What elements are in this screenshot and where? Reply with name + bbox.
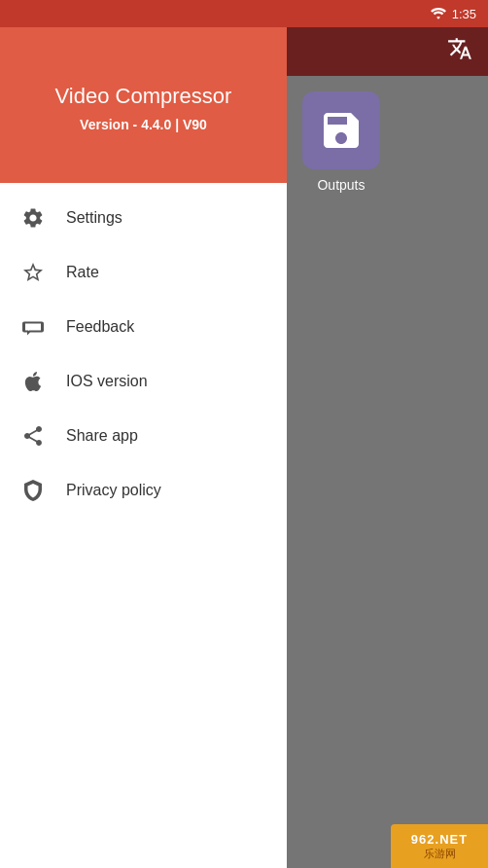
outputs-label: Outputs xyxy=(317,177,365,193)
sidebar-item-settings[interactable]: Settings xyxy=(0,191,287,245)
apple-icon xyxy=(19,368,47,395)
feedback-label: Feedback xyxy=(66,318,134,336)
comment-icon xyxy=(19,313,47,341)
content-topbar xyxy=(287,27,488,76)
sidebar-menu: Settings Rate Feedback xyxy=(0,183,287,868)
sidebar-item-share[interactable]: Share app xyxy=(0,409,287,463)
watermark-line2: 乐游网 xyxy=(424,847,456,861)
ios-label: IOS version xyxy=(66,373,148,390)
status-time: 1:35 xyxy=(452,7,476,21)
share-label: Share app xyxy=(66,427,138,445)
status-bar: 1:35 xyxy=(0,0,488,27)
content-area: Outputs 962.NET 乐游网 xyxy=(287,27,488,868)
settings-label: Settings xyxy=(66,209,122,227)
sidebar: Video Compressor Version - 4.4.0 | V90 S… xyxy=(0,27,287,868)
status-bar-right: 1:35 xyxy=(431,6,476,22)
shield-icon xyxy=(19,477,47,504)
translate-icon[interactable] xyxy=(447,36,472,67)
watermark: 962.NET 乐游网 xyxy=(391,824,488,868)
sidebar-item-privacy[interactable]: Privacy policy xyxy=(0,463,287,518)
sidebar-version: Version - 4.4.0 | V90 xyxy=(80,117,207,132)
content-grid: Outputs xyxy=(287,76,488,208)
privacy-label: Privacy policy xyxy=(66,482,161,499)
gear-icon xyxy=(19,204,47,232)
star-icon xyxy=(19,259,47,286)
outputs-grid-item[interactable]: Outputs xyxy=(302,91,380,193)
sidebar-title: Video Compressor xyxy=(55,84,232,109)
watermark-line1: 962.NET xyxy=(411,832,468,847)
sidebar-item-feedback[interactable]: Feedback xyxy=(0,300,287,354)
save-icon-box xyxy=(302,91,380,169)
sidebar-item-ios[interactable]: IOS version xyxy=(0,354,287,409)
sidebar-item-rate[interactable]: Rate xyxy=(0,245,287,300)
main-container: Video Compressor Version - 4.4.0 | V90 S… xyxy=(0,27,488,868)
rate-label: Rate xyxy=(66,264,99,281)
sidebar-header: Video Compressor Version - 4.4.0 | V90 xyxy=(0,27,287,183)
wifi-icon xyxy=(431,6,446,22)
share-icon xyxy=(19,422,47,450)
